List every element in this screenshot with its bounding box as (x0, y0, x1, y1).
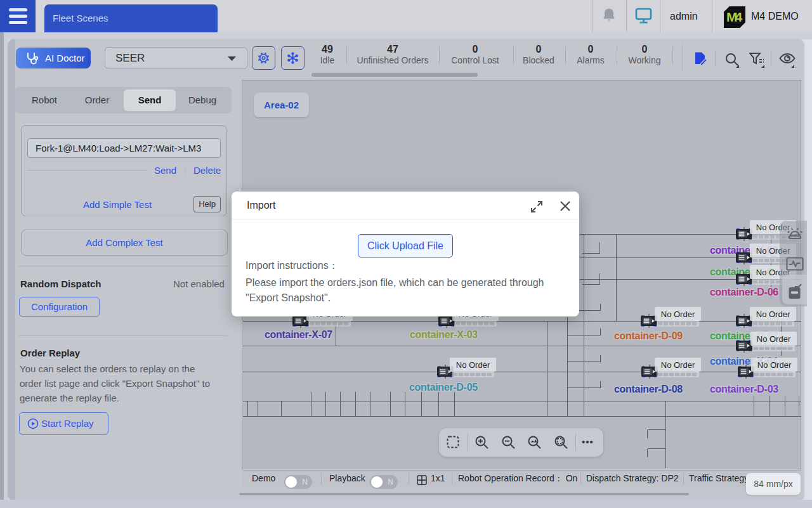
svg-text:No Order: No Order (661, 309, 695, 319)
svg-text:container-D-03: container-D-03 (710, 384, 778, 394)
svg-text:container-D-06: container-D-06 (710, 287, 778, 297)
svg-text:No Order: No Order (757, 360, 792, 370)
svg-text:container-X-03: container-X-03 (410, 329, 478, 340)
svg-text:No Order: No Order (661, 360, 695, 370)
svg-text:No Order: No Order (757, 334, 791, 344)
svg-text:container-D-05: container-D-05 (409, 382, 478, 393)
svg-text:container-D-08: container-D-08 (614, 384, 683, 394)
svg-text:container-X-07: container-X-07 (265, 329, 332, 340)
svg-text:No Order: No Order (756, 309, 790, 319)
svg-text:container-D-09: container-D-09 (614, 330, 683, 341)
svg-text:No Order: No Order (456, 360, 490, 370)
